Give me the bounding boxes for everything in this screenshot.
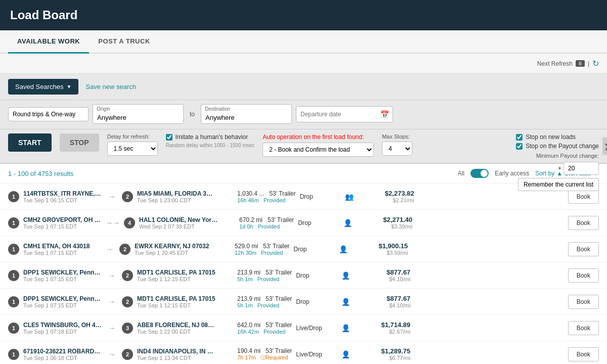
team-icon: 👤 <box>335 324 356 332</box>
dest-name: MIA5 MIAMI, FLORIDA 33182 <box>137 190 215 197</box>
trailer-status: 12h 30m Provided <box>235 250 289 256</box>
team-icon: 👤 <box>337 219 358 227</box>
book-button[interactable]: Book <box>568 242 599 256</box>
dest-time: Tue Sep 1 13:34 CDT <box>137 355 233 361</box>
price-per-mi: $2.21/mi <box>364 197 414 203</box>
price-col: $1,714.89 $2.67/mi <box>360 321 410 335</box>
dest-stop-num: 2 <box>122 270 133 281</box>
delay-label: Delay for refresh: <box>107 133 158 140</box>
stop-new-loads-label: Stop on new loads <box>526 133 576 141</box>
price-col: $2,271.40 $3.39/mi <box>362 216 412 230</box>
distance-value: 213.9 mi 53' Trailer <box>237 269 292 276</box>
page-header: Load Board <box>0 0 607 30</box>
origin-name: DPP1 SEWICKLEY, Pennsylv... <box>23 295 102 302</box>
book-button[interactable]: Book <box>568 216 599 230</box>
price-col: $1,900.15 $3.59/mi <box>357 242 408 256</box>
trailer-status: 7h 17m ⓘRequired <box>237 354 292 361</box>
distance-value: 1,030.4 ... 53' Trailer <box>237 190 296 197</box>
team-icon: 👤 <box>335 298 356 306</box>
origin-stop-num: 1 <box>8 296 19 307</box>
stop-button[interactable]: STOP <box>60 133 99 152</box>
price-value: $1,900.15 <box>357 242 408 250</box>
tab-post-a-truck[interactable]: POST A TRUCK <box>89 30 159 54</box>
next-refresh-label: Next Refresh ⏸ | ↻ <box>537 59 599 68</box>
trailer-status: 5h 1m Provided <box>237 276 292 282</box>
origin-col: CLE5 TWINSBURG, OH 44087 Tue Sep 1 07:18… <box>23 322 102 335</box>
stop-payout-checkbox[interactable] <box>516 143 523 150</box>
distance-col: 1,030.4 ... 53' Trailer 16h 46m Provided <box>237 190 296 203</box>
book-col: Book <box>563 268 599 283</box>
pause-icon[interactable]: ⏸ <box>576 60 585 67</box>
book-button[interactable]: Book <box>568 295 599 309</box>
min-payout-input[interactable] <box>563 162 599 175</box>
price-col: $877.67 $4.10/mi <box>360 268 410 282</box>
trip-type-wrapper: Round trips & One-way One-way Round trip… <box>8 107 89 121</box>
saved-searches-button[interactable]: Saved Searches ▼ <box>8 79 78 95</box>
start-button[interactable]: START <box>8 133 52 152</box>
dest-col: MDT1 CARLISLE, PA 17015 Tue Sep 1 12:15 … <box>137 269 233 282</box>
trailer-status: 16h 42m Provided <box>237 329 292 335</box>
book-col: Book <box>563 190 599 204</box>
dest-stop-num: 2 <box>122 296 133 307</box>
tab-bar: AVAILABLE WORK POST A TRUCK <box>0 30 607 54</box>
imitate-note: Random delay within 1050 - 1500 msec <box>166 143 255 148</box>
book-button[interactable]: Book <box>568 190 599 204</box>
remember-button[interactable]: Remember the current list <box>518 178 599 191</box>
auto-op-select[interactable]: 2 - Book and Confirm the load 1 - Do not… <box>263 143 374 157</box>
tab-available-work[interactable]: AVAILABLE WORK <box>8 30 89 54</box>
drop-type: Drop <box>296 272 331 279</box>
dest-name: HAL1 COLONIE, New York 1... <box>139 216 218 223</box>
route-arrow: →→ <box>106 219 120 227</box>
right-panel: Stop on new loads Stop on the Payout cha… <box>516 133 599 191</box>
drop-type: Live/Drop <box>296 325 331 332</box>
team-icon: 👤 <box>335 350 356 358</box>
route-arrow: → <box>106 350 118 358</box>
price-value: $1,289.75 <box>360 347 410 355</box>
refresh-icon[interactable]: ↻ <box>592 59 599 68</box>
route-arrow: → <box>103 245 115 253</box>
early-access-toggle[interactable] <box>470 169 489 178</box>
imitate-group: Imitate a human's behavior Random delay … <box>166 133 255 148</box>
delay-group: Delay for refresh: 1.5 sec 2 sec 3 sec <box>107 133 158 156</box>
imitate-checkbox-group: Imitate a human's behavior <box>166 133 255 141</box>
origin-col: CMH2 GROVEPORT, OH 43... Tue Sep 1 07:15… <box>23 216 102 230</box>
trip-type-select[interactable]: Round trips & One-way One-way Round trip… <box>8 107 89 121</box>
dest-time: Wed Sep 2 07:39 EDT <box>139 223 235 230</box>
stop-new-loads-checkbox[interactable] <box>516 134 523 141</box>
origin-col: DPP1 SEWICKLEY, Pennsylv... Tue Sep 1 07… <box>23 295 102 308</box>
distance-value: 670.2 mi 53' Trailer <box>239 216 294 223</box>
dest-time: Tue Sep 1 22:00 EDT <box>137 329 233 335</box>
book-col: Book <box>563 216 599 230</box>
origin-stop-num: 1 <box>8 323 19 334</box>
price-per-mi: $2.67/mi <box>360 329 410 335</box>
book-button[interactable]: Book <box>568 321 599 335</box>
dest-time: Tue Sep 1 20:45 EDT <box>135 250 231 256</box>
origin-stop-num: 1 <box>8 217 19 229</box>
dest-name: ABE8 FLORENCE, NJ 08518 <box>137 322 215 329</box>
departure-date-input[interactable] <box>296 106 393 122</box>
sidebar-toggle-button[interactable]: ❯ <box>602 138 607 155</box>
delay-select[interactable]: 1.5 sec 2 sec 3 sec <box>107 142 158 156</box>
distance-value: 190.4 mi 53' Trailer <box>237 347 292 354</box>
destination-label: Destination <box>205 106 230 112</box>
results-count: 1 - 100 of 4753 results <box>8 170 73 177</box>
imitate-checkbox[interactable] <box>166 134 172 141</box>
controls-row: START STOP Delay for refresh: 1.5 sec 2 … <box>0 129 607 164</box>
dest-col: ABE8 FLORENCE, NJ 08518 Tue Sep 1 22:00 … <box>137 322 233 335</box>
drop-type: Drop <box>300 193 335 200</box>
book-button[interactable]: Book <box>568 347 599 361</box>
save-new-search-link[interactable]: Save new search <box>83 79 138 95</box>
drop-type: Drop <box>293 246 329 253</box>
price-per-mi: $4.10/mi <box>360 302 410 308</box>
load-table: 1 114RTBTSX_ITR RAYNE, LA ... Tue Sep 1 … <box>0 184 607 364</box>
max-stops-group: Max Stops: 4 2 3 5 <box>382 133 412 156</box>
table-row: 1 671910-236221 ROBARDS,... Tue Sep 1 06… <box>0 341 607 364</box>
book-button[interactable]: Book <box>568 268 599 283</box>
to-label: to <box>188 111 197 118</box>
price-per-mi: $6.77/mi <box>360 355 410 361</box>
team-icon: 👤 <box>333 245 353 253</box>
price-value: $877.67 <box>360 268 410 276</box>
top-controls-bar: Next Refresh ⏸ | ↻ <box>0 54 607 74</box>
dest-stop-num: 2 <box>122 349 133 360</box>
max-stops-select[interactable]: 4 2 3 5 <box>382 142 412 156</box>
